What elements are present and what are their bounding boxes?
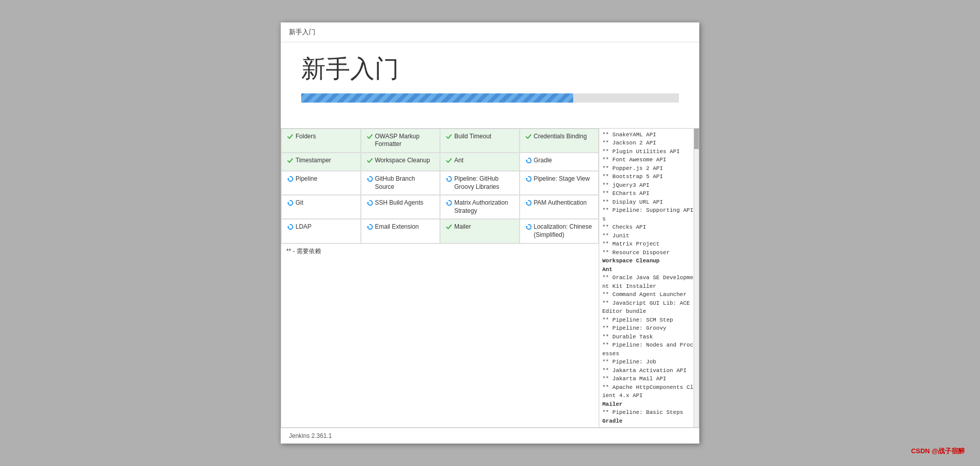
plugin-cell: LDAP — [281, 219, 361, 243]
plugin-cell: Pipeline: GitHub Groovy Libraries — [440, 171, 520, 195]
plugin-cell: PAM Authentication — [520, 195, 599, 219]
plugins-table: FoldersOWASP Markup FormatterBuild Timeo… — [281, 129, 599, 428]
plugin-name: Email Extension — [375, 223, 419, 231]
plugin-name: PAM Authentication — [534, 199, 587, 207]
plugin-cell: Pipeline — [281, 171, 361, 195]
plugin-name: Folders — [296, 133, 316, 141]
plugin-name: GitHub Branch Source — [375, 175, 435, 191]
plugin-cell: Mailer — [440, 219, 520, 243]
log-line: ** ECharts API — [602, 190, 649, 197]
refresh-icon — [366, 224, 373, 232]
check-icon — [287, 157, 293, 165]
log-line: Workspace Cleanup — [602, 258, 659, 264]
log-line: ** Resource Disposer — [602, 250, 670, 256]
jenkins-version: Jenkins 2.361.1 — [289, 432, 332, 439]
log-line: ** jQuery3 API — [602, 182, 649, 188]
plugin-name: Workspace Cleanup — [375, 157, 430, 165]
plugin-name: Build Timeout — [454, 133, 492, 141]
log-line: ** Command Agent Launcher — [602, 291, 687, 298]
refresh-icon — [525, 157, 532, 165]
log-line: ** Apache HttpComponents Client 4.x API — [602, 384, 693, 399]
plugin-cell: Folders — [281, 129, 361, 153]
plugin-name: Git — [296, 199, 303, 207]
log-line: Ant — [602, 266, 612, 273]
plugin-cell: Git — [281, 195, 361, 219]
plugin-name: Localization: Chinese (Simplified) — [534, 223, 594, 239]
refresh-icon — [287, 200, 293, 208]
log-line: ** Pipeline: Groovy — [602, 325, 666, 331]
log-line: ** Pipeline: SCM Step — [602, 317, 673, 323]
plugin-name: OWASP Markup Formatter — [375, 133, 435, 149]
plugins-section: FoldersOWASP Markup FormatterBuild Timeo… — [281, 128, 699, 428]
main-content: 新手入门 — [281, 42, 699, 128]
check-icon — [366, 157, 373, 165]
refresh-icon — [525, 224, 532, 232]
log-line: Mailer — [602, 401, 623, 407]
plugins-grid: FoldersOWASP Markup FormatterBuild Timeo… — [281, 129, 599, 243]
scrollbar-thumb[interactable] — [694, 129, 699, 149]
log-line: ** SnakeYAML API — [602, 132, 656, 138]
plugin-cell: Credentials Binding — [520, 129, 599, 153]
check-icon — [366, 133, 373, 141]
plugin-cell: Localization: Chinese (Simplified) — [520, 219, 599, 243]
log-line: ** Popper.js 2 API — [602, 165, 663, 171]
plugin-cell: Build Timeout — [440, 129, 520, 153]
log-line: ** Durable Task — [602, 334, 653, 340]
window-footer: Jenkins 2.361.1 — [281, 428, 699, 444]
refresh-icon — [366, 200, 373, 208]
log-line: ** Plugin Utilities API — [602, 149, 680, 155]
refresh-icon — [366, 176, 373, 184]
window-header: 新手入门 — [281, 22, 699, 42]
plugin-cell: SSH Build Agents — [361, 195, 440, 219]
progress-bar-container — [301, 93, 679, 103]
log-line: ** Matrix Project — [602, 241, 659, 247]
log-line: ** Jakarta Mail API — [602, 376, 666, 382]
log-line: ** Junit — [602, 233, 629, 239]
plugin-name: Pipeline — [296, 175, 317, 183]
log-line: ** JavaScript GUI Lib: ACE Editor bundle — [602, 300, 693, 315]
plugin-name: Mailer — [454, 223, 471, 231]
plugin-name: Ant — [454, 157, 463, 165]
watermark: CSDN @战子宿醉 — [911, 447, 965, 456]
plugin-cell: Workspace Cleanup — [361, 153, 440, 171]
refresh-icon — [446, 200, 452, 208]
refresh-icon — [525, 200, 532, 208]
plugin-cell: Timestamper — [281, 153, 361, 171]
plugin-name: Credentials Binding — [534, 133, 587, 141]
check-icon — [525, 133, 532, 141]
refresh-icon — [446, 176, 452, 184]
plugin-cell: Email Extension — [361, 219, 440, 243]
log-line: Gradle — [602, 418, 623, 424]
scrollbar[interactable] — [694, 129, 699, 428]
log-line: ** Checks API — [602, 224, 646, 230]
plugin-cell: Matrix Authorization Strategy — [440, 195, 520, 219]
plugin-name: SSH Build Agents — [375, 199, 424, 207]
plugin-cell: OWASP Markup Formatter — [361, 129, 440, 153]
log-line: ** Bootstrap 5 API — [602, 174, 663, 180]
page-title: 新手入门 — [301, 53, 679, 85]
check-icon — [446, 157, 452, 165]
log-line: ** Pipeline: Supporting APIs — [602, 207, 693, 222]
bottom-note: ** - 需要依赖 — [281, 243, 599, 259]
log-line: ** Jackson 2 API — [602, 140, 656, 146]
refresh-icon — [287, 224, 293, 232]
log-line: ** Pipeline: Nodes and Processes — [602, 342, 693, 357]
log-panel-inner: ** SnakeYAML API ** Jackson 2 API ** Plu… — [602, 131, 696, 426]
plugin-name: Matrix Authorization Strategy — [454, 199, 514, 215]
plugin-cell: Pipeline: Stage View — [520, 171, 599, 195]
plugin-name: Pipeline: GitHub Groovy Libraries — [454, 175, 514, 191]
log-panel: ** SnakeYAML API ** Jackson 2 API ** Plu… — [599, 129, 699, 428]
check-icon — [287, 133, 293, 141]
plugin-name: Pipeline: Stage View — [534, 175, 590, 183]
log-line: ** Oracle Java SE Development Kit Instal… — [602, 275, 693, 289]
log-line: ** Display URL API — [602, 199, 663, 205]
progress-bar-fill — [301, 93, 573, 103]
log-line: ** Font Awesome API — [602, 157, 666, 163]
plugin-cell: GitHub Branch Source — [361, 171, 440, 195]
log-line: ** Jakarta Activation API — [602, 367, 687, 374]
refresh-icon — [287, 176, 293, 184]
main-window: 新手入门 新手入门 FoldersOWASP Markup FormatterB… — [281, 22, 699, 444]
plugin-name: Gradle — [534, 157, 552, 165]
check-icon — [446, 133, 452, 141]
plugin-cell: Gradle — [520, 153, 599, 171]
